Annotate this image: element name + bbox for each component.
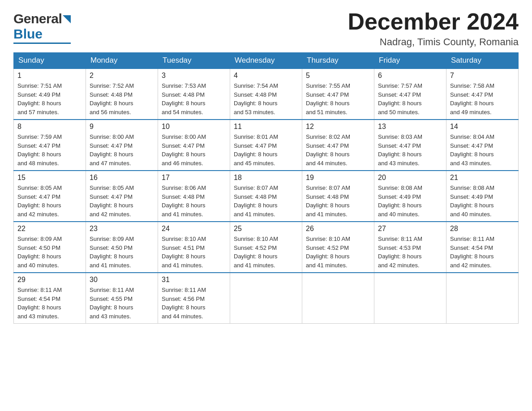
day-number: 8 <box>17 123 82 131</box>
weekday-header-tuesday: Tuesday <box>158 52 230 69</box>
day-number: 11 <box>234 123 298 131</box>
day-info: Sunrise: 8:05 AMSunset: 4:47 PMDaylight:… <box>90 184 154 218</box>
day-info: Sunrise: 7:51 AMSunset: 4:49 PMDaylight:… <box>17 81 82 116</box>
calendar-cell: 21Sunrise: 8:08 AMSunset: 4:49 PMDayligh… <box>446 171 519 222</box>
weekday-header-thursday: Thursday <box>302 52 374 69</box>
day-number: 18 <box>234 174 298 182</box>
day-number: 22 <box>17 225 82 233</box>
day-number: 20 <box>378 174 442 182</box>
day-info: Sunrise: 7:59 AMSunset: 4:47 PMDaylight:… <box>17 133 82 167</box>
calendar-week-row: 1Sunrise: 7:51 AMSunset: 4:49 PMDaylight… <box>14 69 519 120</box>
day-info: Sunrise: 7:54 AMSunset: 4:48 PMDaylight:… <box>234 81 298 116</box>
day-number: 5 <box>306 72 370 80</box>
calendar-cell: 27Sunrise: 8:11 AMSunset: 4:53 PMDayligh… <box>374 222 446 273</box>
calendar-cell: 9Sunrise: 8:00 AMSunset: 4:47 PMDaylight… <box>86 120 158 171</box>
day-info: Sunrise: 8:09 AMSunset: 4:50 PMDaylight:… <box>17 235 82 270</box>
day-info: Sunrise: 8:10 AMSunset: 4:52 PMDaylight:… <box>306 235 370 270</box>
calendar-week-row: 15Sunrise: 8:05 AMSunset: 4:47 PMDayligh… <box>14 171 519 222</box>
calendar-cell <box>302 273 374 324</box>
calendar-cell: 17Sunrise: 8:06 AMSunset: 4:48 PMDayligh… <box>158 171 230 222</box>
calendar-week-row: 29Sunrise: 8:11 AMSunset: 4:54 PMDayligh… <box>14 273 519 324</box>
calendar-cell: 25Sunrise: 8:10 AMSunset: 4:52 PMDayligh… <box>230 222 302 273</box>
day-info: Sunrise: 8:08 AMSunset: 4:49 PMDaylight:… <box>450 184 515 218</box>
calendar-cell <box>230 273 302 324</box>
page-header: General Blue December 2024 Nadrag, Timis… <box>13 9 519 48</box>
logo-arrow-icon <box>63 15 71 23</box>
day-number: 26 <box>306 225 370 233</box>
calendar-cell: 28Sunrise: 8:11 AMSunset: 4:54 PMDayligh… <box>446 222 519 273</box>
day-info: Sunrise: 8:07 AMSunset: 4:48 PMDaylight:… <box>306 184 370 218</box>
calendar-cell: 6Sunrise: 7:57 AMSunset: 4:47 PMDaylight… <box>374 69 446 120</box>
calendar-cell: 16Sunrise: 8:05 AMSunset: 4:47 PMDayligh… <box>86 171 158 222</box>
calendar-week-row: 8Sunrise: 7:59 AMSunset: 4:47 PMDaylight… <box>14 120 519 171</box>
day-info: Sunrise: 8:04 AMSunset: 4:47 PMDaylight:… <box>450 133 515 167</box>
day-number: 19 <box>306 174 370 182</box>
calendar-cell: 2Sunrise: 7:52 AMSunset: 4:48 PMDaylight… <box>86 69 158 120</box>
day-number: 13 <box>378 123 442 131</box>
day-number: 31 <box>162 276 226 284</box>
day-info: Sunrise: 8:11 AMSunset: 4:54 PMDaylight:… <box>450 235 515 270</box>
title-block: December 2024 Nadrag, Timis County, Roma… <box>348 9 519 48</box>
day-info: Sunrise: 7:55 AMSunset: 4:47 PMDaylight:… <box>306 81 370 116</box>
month-year-title: December 2024 <box>348 9 519 34</box>
day-info: Sunrise: 8:00 AMSunset: 4:47 PMDaylight:… <box>90 133 154 167</box>
day-info: Sunrise: 8:11 AMSunset: 4:55 PMDaylight:… <box>90 286 154 321</box>
day-number: 29 <box>17 276 82 284</box>
day-number: 24 <box>162 225 226 233</box>
weekday-header-friday: Friday <box>374 52 446 69</box>
calendar-cell: 30Sunrise: 8:11 AMSunset: 4:55 PMDayligh… <box>86 273 158 324</box>
day-info: Sunrise: 7:53 AMSunset: 4:48 PMDaylight:… <box>162 81 226 116</box>
day-info: Sunrise: 7:57 AMSunset: 4:47 PMDaylight:… <box>378 81 442 116</box>
calendar-cell: 13Sunrise: 8:03 AMSunset: 4:47 PMDayligh… <box>374 120 446 171</box>
day-number: 2 <box>90 72 154 80</box>
day-info: Sunrise: 7:58 AMSunset: 4:47 PMDaylight:… <box>450 81 515 116</box>
calendar-cell: 12Sunrise: 8:02 AMSunset: 4:47 PMDayligh… <box>302 120 374 171</box>
calendar-cell: 29Sunrise: 8:11 AMSunset: 4:54 PMDayligh… <box>14 273 86 324</box>
day-number: 15 <box>17 174 82 182</box>
calendar-cell: 8Sunrise: 7:59 AMSunset: 4:47 PMDaylight… <box>14 120 86 171</box>
day-number: 25 <box>234 225 298 233</box>
day-number: 23 <box>90 225 154 233</box>
day-number: 1 <box>17 72 82 80</box>
calendar-cell: 3Sunrise: 7:53 AMSunset: 4:48 PMDaylight… <box>158 69 230 120</box>
day-number: 14 <box>450 123 515 131</box>
day-number: 7 <box>450 72 515 80</box>
calendar-table: SundayMondayTuesdayWednesdayThursdayFrid… <box>13 52 519 324</box>
day-info: Sunrise: 8:10 AMSunset: 4:51 PMDaylight:… <box>162 235 226 270</box>
day-info: Sunrise: 8:03 AMSunset: 4:47 PMDaylight:… <box>378 133 442 167</box>
day-info: Sunrise: 8:05 AMSunset: 4:47 PMDaylight:… <box>17 184 82 218</box>
day-info: Sunrise: 8:00 AMSunset: 4:47 PMDaylight:… <box>162 133 226 167</box>
day-info: Sunrise: 8:11 AMSunset: 4:53 PMDaylight:… <box>378 235 442 270</box>
calendar-week-row: 22Sunrise: 8:09 AMSunset: 4:50 PMDayligh… <box>14 222 519 273</box>
day-number: 27 <box>378 225 442 233</box>
day-info: Sunrise: 8:06 AMSunset: 4:48 PMDaylight:… <box>162 184 226 218</box>
calendar-cell: 5Sunrise: 7:55 AMSunset: 4:47 PMDaylight… <box>302 69 374 120</box>
calendar-cell: 18Sunrise: 8:07 AMSunset: 4:48 PMDayligh… <box>230 171 302 222</box>
day-number: 21 <box>450 174 515 182</box>
day-info: Sunrise: 8:10 AMSunset: 4:52 PMDaylight:… <box>234 235 298 270</box>
svg-marker-0 <box>63 15 71 23</box>
calendar-cell <box>446 273 519 324</box>
weekday-header-wednesday: Wednesday <box>230 52 302 69</box>
day-info: Sunrise: 8:08 AMSunset: 4:49 PMDaylight:… <box>378 184 442 218</box>
logo: General Blue <box>13 9 71 44</box>
calendar-cell: 24Sunrise: 8:10 AMSunset: 4:51 PMDayligh… <box>158 222 230 273</box>
weekday-header-saturday: Saturday <box>446 52 519 69</box>
calendar-cell: 7Sunrise: 7:58 AMSunset: 4:47 PMDaylight… <box>446 69 519 120</box>
logo-general-text: General <box>13 11 62 26</box>
day-number: 6 <box>378 72 442 80</box>
calendar-cell: 19Sunrise: 8:07 AMSunset: 4:48 PMDayligh… <box>302 171 374 222</box>
day-number: 10 <box>162 123 226 131</box>
calendar-cell: 23Sunrise: 8:09 AMSunset: 4:50 PMDayligh… <box>86 222 158 273</box>
day-info: Sunrise: 7:52 AMSunset: 4:48 PMDaylight:… <box>90 81 154 116</box>
day-number: 17 <box>162 174 226 182</box>
calendar-cell: 22Sunrise: 8:09 AMSunset: 4:50 PMDayligh… <box>14 222 86 273</box>
calendar-cell: 26Sunrise: 8:10 AMSunset: 4:52 PMDayligh… <box>302 222 374 273</box>
weekday-header-sunday: Sunday <box>14 52 86 69</box>
day-number: 9 <box>90 123 154 131</box>
calendar-cell: 4Sunrise: 7:54 AMSunset: 4:48 PMDaylight… <box>230 69 302 120</box>
calendar-cell: 11Sunrise: 8:01 AMSunset: 4:47 PMDayligh… <box>230 120 302 171</box>
day-info: Sunrise: 8:11 AMSunset: 4:56 PMDaylight:… <box>162 286 226 321</box>
logo-blue-text: Blue <box>13 26 43 41</box>
calendar-cell: 20Sunrise: 8:08 AMSunset: 4:49 PMDayligh… <box>374 171 446 222</box>
